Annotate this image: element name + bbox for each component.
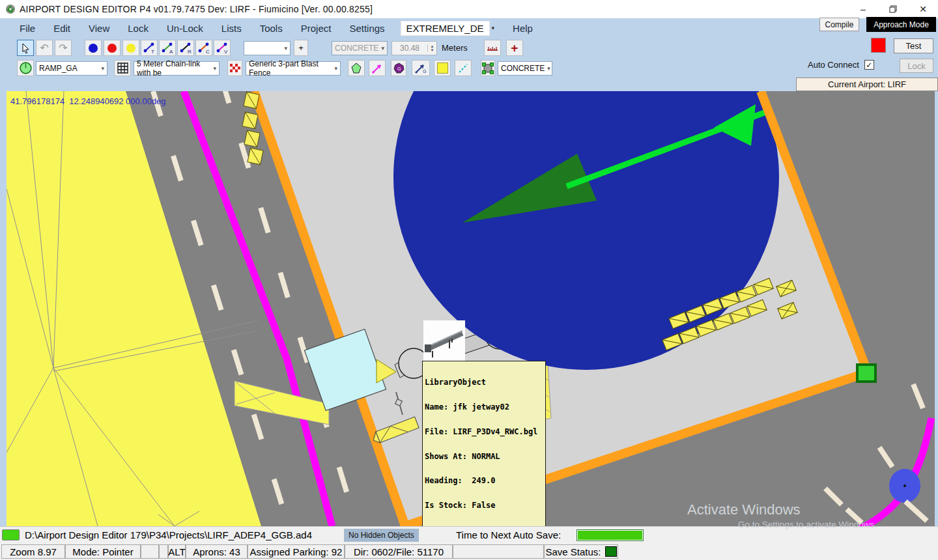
status-empty-1 bbox=[141, 544, 159, 559]
vehicle-link-tool-button[interactable]: V bbox=[214, 40, 231, 56]
magenta-arrow-icon bbox=[371, 63, 383, 74]
menu-lock[interactable]: Lock bbox=[128, 20, 149, 36]
restore-button[interactable] bbox=[878, 0, 908, 18]
test-button[interactable]: Test bbox=[894, 38, 933, 53]
spinner-arrows-icon[interactable]: ▲▼ bbox=[427, 44, 436, 52]
surface-type-combo[interactable]: CONCRETE▾ bbox=[498, 61, 552, 76]
save-status-indicator bbox=[605, 546, 617, 557]
auto-connect-label: Auto Connect bbox=[808, 60, 859, 70]
grid-tool-button[interactable] bbox=[114, 60, 131, 76]
blast-fence-combo[interactable]: Generic 3-part Blast Fence▾ bbox=[246, 61, 341, 76]
taxiway-link-icon: T bbox=[143, 42, 156, 54]
link-name-combo[interactable]: ▾ bbox=[244, 41, 291, 55]
chevron-down-icon: ▾ bbox=[284, 45, 287, 51]
minimize-button[interactable]: – bbox=[848, 0, 878, 18]
close-button[interactable]: ✕ bbox=[908, 0, 938, 18]
auto-connect-control: Auto Connect ✓ bbox=[808, 60, 874, 70]
yellow-node-tool-button[interactable] bbox=[122, 40, 139, 56]
menu-unlock[interactable]: Un-Lock bbox=[167, 20, 203, 36]
menu-project[interactable]: Project bbox=[301, 20, 332, 36]
lock-button[interactable]: Lock bbox=[900, 59, 933, 73]
menu-bar: File Edit View Lock Un-Lock Lists Tools … bbox=[0, 18, 938, 38]
toolbar-row-1: ↶ ↷ T A R C V ▾ + CONCRETE▾ 30. bbox=[0, 38, 938, 58]
dashed-line-tool-button[interactable] bbox=[455, 60, 472, 76]
vertex-handle[interactable] bbox=[857, 365, 875, 382]
restore-icon bbox=[889, 5, 897, 13]
red-node-tool-button[interactable] bbox=[104, 40, 121, 56]
status-save: Save Status: bbox=[544, 544, 618, 559]
vehicle-link-icon: V bbox=[216, 42, 229, 54]
red-plus-icon: + bbox=[511, 41, 518, 55]
map-canvas[interactable]: 41.796178174 12.248940692 000.00deg Libr… bbox=[7, 91, 935, 526]
blue-node-icon bbox=[88, 43, 98, 53]
approach-mode-button[interactable]: Approach Mode bbox=[866, 17, 936, 32]
apron-link-tool-button[interactable]: A bbox=[159, 40, 176, 56]
surface-type-combo-disabled[interactable]: CONCRETE▾ bbox=[332, 41, 388, 55]
status-bar-upper: D:\Airport Design Editor 179\P34\Project… bbox=[0, 526, 938, 543]
add-link-name-button[interactable]: + bbox=[294, 40, 308, 56]
status-assigned-parking: Assigned Parking: 92 bbox=[248, 544, 345, 559]
chevron-marker[interactable] bbox=[244, 92, 259, 109]
chevron-marker[interactable] bbox=[248, 148, 263, 165]
fence-type-combo[interactable]: 5 Meter Chain-link with be▾ bbox=[134, 61, 220, 76]
undo-button[interactable]: ↶ bbox=[36, 40, 53, 56]
grid-icon bbox=[117, 63, 128, 74]
pointer-tool-button[interactable] bbox=[17, 40, 34, 56]
menu-edit[interactable]: Edit bbox=[53, 20, 70, 36]
menu-file[interactable]: File bbox=[20, 20, 35, 36]
yellow-surface-tool-button[interactable] bbox=[434, 60, 451, 76]
pointer-icon bbox=[21, 43, 30, 53]
add-point-button[interactable]: + bbox=[506, 40, 523, 56]
svg-text:V: V bbox=[224, 49, 228, 54]
gauge-icon bbox=[20, 62, 32, 74]
magenta-vector-tool-button[interactable] bbox=[369, 60, 386, 76]
chevron-marker[interactable] bbox=[242, 112, 258, 129]
redo-button[interactable]: ↷ bbox=[55, 40, 72, 56]
svg-text:T: T bbox=[151, 49, 154, 54]
compile-button[interactable]: Compile bbox=[819, 18, 859, 31]
airport-selector-combo[interactable]: EXTREMELY_DE bbox=[401, 21, 490, 36]
ground-poly-tool-button[interactable]: G bbox=[391, 60, 406, 76]
runway-link-tool-button[interactable]: R bbox=[177, 40, 194, 56]
chevron-down-icon: ▾ bbox=[101, 65, 104, 72]
autosave-label: Time to Next Auto Save: bbox=[456, 529, 561, 540]
chevron-down-icon: ▾ bbox=[381, 45, 384, 51]
blue-node-tool-button[interactable] bbox=[85, 40, 102, 56]
chevron-marker[interactable] bbox=[244, 130, 260, 147]
gauge-tool-button[interactable] bbox=[17, 60, 34, 76]
menu-view[interactable]: View bbox=[89, 20, 109, 36]
tooltip-line: Shows At: NORMAL bbox=[425, 453, 543, 461]
ramp-type-combo[interactable]: RAMP_GA▾ bbox=[36, 61, 107, 76]
width-spinner[interactable]: 30.48 ▲▼ bbox=[391, 41, 437, 55]
polygon-tool-button[interactable] bbox=[348, 60, 365, 76]
svg-text:G: G bbox=[423, 69, 426, 74]
menu-settings[interactable]: Settings bbox=[349, 20, 384, 36]
runway-link-icon: R bbox=[179, 42, 192, 54]
menu-tools[interactable]: Tools bbox=[260, 20, 283, 36]
auto-connect-checkbox[interactable]: ✓ bbox=[864, 60, 874, 70]
color-swatch-red[interactable] bbox=[871, 38, 886, 53]
title-bar: AIRPORT DESIGN EDITOR P4 v01.79.7475 Dev… bbox=[0, 0, 938, 18]
project-file-path: D:\Airport Design Editor 179\P34\Project… bbox=[25, 529, 312, 540]
menu-help[interactable]: Help bbox=[513, 20, 533, 36]
select-region-tool-button[interactable] bbox=[481, 60, 495, 76]
navy-arrow-icon: G bbox=[414, 63, 427, 74]
autosave-progress-bar bbox=[576, 529, 644, 541]
tooltip-line: Name: jfk jetway02 bbox=[425, 403, 543, 412]
menu-lists[interactable]: Lists bbox=[221, 20, 242, 36]
closed-link-tool-button[interactable]: C bbox=[195, 40, 212, 56]
ground-vector-tool-button[interactable]: G bbox=[412, 60, 430, 76]
yellow-node-icon bbox=[126, 43, 136, 53]
taxiway-link-tool-button[interactable]: T bbox=[141, 40, 158, 56]
status-alt: ALT bbox=[168, 544, 186, 559]
closed-link-icon: C bbox=[197, 42, 210, 54]
window-title: AIRPORT DESIGN EDITOR P4 v01.79.7475 Dev… bbox=[20, 4, 373, 14]
status-empty-3 bbox=[453, 544, 544, 559]
green-polygon-icon bbox=[350, 63, 362, 74]
measure-tool-button[interactable] bbox=[484, 40, 501, 56]
svg-text:R: R bbox=[188, 49, 192, 54]
combo-dropdown-icon[interactable]: ▾ bbox=[492, 25, 495, 31]
app-icon bbox=[5, 4, 16, 14]
blast-fence-tool-button[interactable] bbox=[227, 60, 242, 76]
current-airport-banner: Current Airport: LIRF bbox=[796, 77, 938, 91]
